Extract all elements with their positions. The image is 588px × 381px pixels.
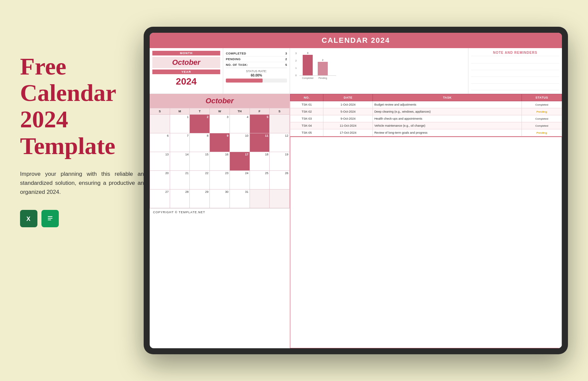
day-header-th: TH xyxy=(230,108,250,115)
svg-text:Completed: Completed xyxy=(302,77,313,80)
calendar-week-5: 2728293031 xyxy=(150,189,290,208)
month-display: October xyxy=(152,57,220,68)
cal-cell-w4d1: 20 xyxy=(150,171,170,189)
col-date: DATE xyxy=(323,94,373,101)
left-panel: Free Calendar 2024 Template Improve your… xyxy=(20,53,147,227)
task-desc-1: Budget review and adjustments xyxy=(373,101,522,108)
svg-rect-3 xyxy=(48,216,52,217)
task-status-4: Completed xyxy=(522,122,562,129)
note-line-2 xyxy=(471,64,559,70)
bar-chart-panel: 3 2 1 0 3 2 Completed Pendi xyxy=(290,48,468,94)
svg-text:2: 2 xyxy=(295,59,297,62)
cal-cell-w1d5: 4 xyxy=(230,115,250,133)
cal-cell-w2d4: 9 xyxy=(210,133,230,152)
task-status-5: Pending xyxy=(522,129,562,136)
description-text: Improve your planning with this reliable… xyxy=(20,169,147,197)
svg-text:3: 3 xyxy=(307,52,308,54)
cal-cell-w5d4: 30 xyxy=(210,189,230,208)
task-no-5: TSK-05 xyxy=(290,129,323,136)
task-no-2: TSK-02 xyxy=(290,108,323,115)
svg-rect-5 xyxy=(48,220,51,220)
task-desc-5: Review of long-term goals and progress xyxy=(373,129,522,136)
task-count-label: NO. OF TASK: xyxy=(226,63,248,67)
cal-cell-w3d3: 15 xyxy=(190,152,210,171)
calendar-week-1: 12345 xyxy=(150,115,290,133)
cal-cell-w2d1: 6 xyxy=(150,133,170,152)
task-desc-4: Vehicle maintenance (e.g., oil change) xyxy=(373,122,522,129)
task-footer xyxy=(290,136,562,348)
cal-cell-w5d2: 28 xyxy=(170,189,190,208)
pending-metric: PENDING 2 xyxy=(226,56,287,62)
notes-panel: NOTE AND REMINDERS xyxy=(468,48,562,94)
cal-month-header: October xyxy=(150,94,290,108)
app-icons-row: X xyxy=(20,210,147,227)
cal-cell-w1d7 xyxy=(270,115,290,133)
completed-label: COMPLETED xyxy=(226,52,246,55)
col-no: NO. xyxy=(290,94,323,101)
task-date-2: 5-Oct-2024 xyxy=(323,108,373,115)
task-desc-3: Health check-ups and appointments xyxy=(373,115,522,122)
pending-value: 2 xyxy=(285,57,287,61)
task-row-1: TSK-011-Oct-2024Budget review and adjust… xyxy=(290,101,562,108)
calendar-header: CALENDAR 2024 xyxy=(150,33,562,48)
excel-icon: X xyxy=(20,210,37,227)
cal-cell-w1d6: 5 xyxy=(250,115,270,133)
cal-month-name: October xyxy=(205,97,234,105)
day-header-t1: T xyxy=(190,108,210,115)
day-header-m: M xyxy=(170,108,190,115)
cal-cell-w4d2: 21 xyxy=(170,171,190,189)
task-status-2: Pending xyxy=(522,108,562,115)
task-row-4: TSK-0411-Oct-2024Vehicle maintenance (e.… xyxy=(290,122,562,129)
progress-bar xyxy=(226,79,287,83)
task-row-2: TSK-025-Oct-2024Deep cleaning (e.g., win… xyxy=(290,108,562,115)
cal-cell-w5d1: 27 xyxy=(150,189,170,208)
cal-cell-w4d7: 26 xyxy=(270,171,290,189)
col-status: STATUS xyxy=(522,94,562,101)
col-task: TASK xyxy=(373,94,522,101)
svg-rect-4 xyxy=(48,218,52,219)
svg-text:Pending: Pending xyxy=(318,77,327,80)
cal-cell-w3d5: 17 xyxy=(230,152,250,171)
task-body: TSK-011-Oct-2024Budget review and adjust… xyxy=(290,101,562,136)
metrics-panel: COMPLETED 3 PENDING 2 NO. OF TASK: 5 STA… xyxy=(223,48,290,94)
note-line-1 xyxy=(471,57,559,64)
completed-metric: COMPLETED 3 xyxy=(226,51,287,56)
cal-cell-w1d4: 3 xyxy=(210,115,230,133)
cal-cell-w5d5: 31 xyxy=(230,189,250,208)
cal-cell-w4d5: 24 xyxy=(230,171,250,189)
note-line-5 xyxy=(471,84,559,90)
month-value: October xyxy=(154,58,219,67)
task-no-4: TSK-04 xyxy=(290,122,323,129)
calendar-week-2: 6789101112 xyxy=(150,133,290,152)
cal-cell-w1d1 xyxy=(150,115,170,133)
task-row-3: TSK-039-Oct-2024Health check-ups and app… xyxy=(290,115,562,122)
cal-cell-w1d3: 2 xyxy=(190,115,210,133)
task-status-3: Completed xyxy=(522,115,562,122)
cal-cell-w3d7: 19 xyxy=(270,152,290,171)
cal-cell-w2d2: 7 xyxy=(170,133,190,152)
cal-cell-w2d3: 8 xyxy=(190,133,210,152)
calendar-body: 1234567891011121314151617181920212223242… xyxy=(150,115,290,208)
copyright-text: COPYRIGHT © TEMPLATE.NET xyxy=(150,208,290,216)
tablet-screen: CALENDAR 2024 MONTH October YEAR 2024 CO… xyxy=(150,33,562,348)
task-date-4: 11-Oct-2024 xyxy=(323,122,373,129)
status-rate-value: 60.00% xyxy=(226,74,287,77)
cal-cell-w3d1: 13 xyxy=(150,152,170,171)
day-header-s1: S xyxy=(150,108,170,115)
day-header-f: F xyxy=(250,108,270,115)
cal-cell-w4d4: 23 xyxy=(210,171,230,189)
task-count-value: 5 xyxy=(285,63,287,67)
day-header-s2: S xyxy=(270,108,290,115)
completed-value: 3 xyxy=(285,52,287,55)
year-value: 2024 xyxy=(152,76,220,88)
cal-cell-w3d6: 18 xyxy=(250,152,270,171)
cal-cell-w3d2: 14 xyxy=(170,152,190,171)
task-date-1: 1-Oct-2024 xyxy=(323,101,373,108)
cal-cell-w1d2: 1 xyxy=(170,115,190,133)
task-desc-2: Deep cleaning (e.g., windows, appliances… xyxy=(373,108,522,115)
year-label: YEAR xyxy=(152,70,220,74)
svg-text:0: 0 xyxy=(295,74,297,77)
chart-area: 3 2 1 0 3 2 Completed Pendi xyxy=(293,51,465,81)
task-row-5: TSK-0517-Oct-2024Review of long-term goa… xyxy=(290,129,562,136)
task-status-1: Completed xyxy=(522,101,562,108)
